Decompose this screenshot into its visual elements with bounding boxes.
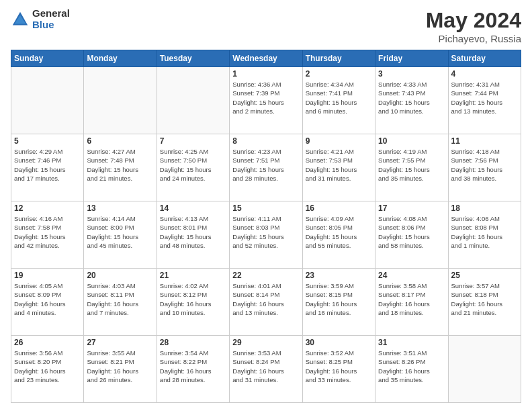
day-number: 10: [378, 136, 445, 146]
day-number: 5: [14, 136, 81, 146]
day-number: 26: [14, 338, 81, 347]
calendar-table: Sunday Monday Tuesday Wednesday Thursday…: [11, 50, 521, 403]
calendar-cell: 25Sunrise: 3:57 AM Sunset: 8:18 PM Dayli…: [448, 269, 521, 336]
calendar-cell: 20Sunrise: 4:03 AM Sunset: 8:11 PM Dayli…: [84, 269, 157, 336]
day-info: Sunrise: 4:16 AM Sunset: 7:58 PM Dayligh…: [14, 214, 81, 250]
day-info: Sunrise: 4:19 AM Sunset: 7:55 PM Dayligh…: [378, 147, 445, 183]
day-number: 13: [87, 203, 153, 213]
logo-icon: [11, 10, 30, 29]
day-info: Sunrise: 3:59 AM Sunset: 8:15 PM Dayligh…: [306, 281, 372, 317]
day-info: Sunrise: 4:23 AM Sunset: 7:51 PM Dayligh…: [232, 147, 299, 183]
day-info: Sunrise: 4:02 AM Sunset: 8:12 PM Dayligh…: [160, 281, 226, 317]
col-sunday: Sunday: [11, 50, 84, 67]
logo-text: General Blue: [32, 8, 70, 30]
day-info: Sunrise: 4:01 AM Sunset: 8:14 PM Dayligh…: [232, 281, 299, 317]
calendar-cell: 4Sunrise: 4:31 AM Sunset: 7:44 PM Daylig…: [448, 67, 521, 134]
day-info: Sunrise: 3:57 AM Sunset: 8:18 PM Dayligh…: [451, 281, 518, 317]
day-info: Sunrise: 4:08 AM Sunset: 8:06 PM Dayligh…: [378, 214, 445, 250]
day-info: Sunrise: 4:06 AM Sunset: 8:08 PM Dayligh…: [451, 214, 518, 250]
calendar-cell: 7Sunrise: 4:25 AM Sunset: 7:50 PM Daylig…: [157, 134, 229, 201]
day-info: Sunrise: 3:56 AM Sunset: 8:20 PM Dayligh…: [14, 349, 81, 384]
calendar-cell: 11Sunrise: 4:18 AM Sunset: 7:56 PM Dayli…: [448, 134, 521, 201]
calendar-week-4: 26Sunrise: 3:56 AM Sunset: 8:20 PM Dayli…: [11, 336, 521, 403]
day-info: Sunrise: 4:27 AM Sunset: 7:48 PM Dayligh…: [87, 147, 153, 183]
day-number: 9: [306, 136, 372, 146]
day-number: 27: [87, 338, 153, 347]
calendar-cell: 3Sunrise: 4:33 AM Sunset: 7:43 PM Daylig…: [375, 67, 448, 134]
logo-blue-text: Blue: [32, 19, 70, 31]
day-number: 6: [87, 136, 153, 146]
day-number: 2: [306, 69, 372, 79]
calendar-cell: [448, 336, 521, 403]
title-location: Pichayevo, Russia: [426, 33, 521, 44]
logo-general: General: [32, 8, 70, 19]
day-number: 22: [232, 271, 299, 280]
calendar-cell: 16Sunrise: 4:09 AM Sunset: 8:05 PM Dayli…: [302, 201, 375, 269]
col-tuesday: Tuesday: [157, 50, 229, 67]
day-number: 14: [160, 203, 226, 213]
col-thursday: Thursday: [302, 50, 375, 67]
day-number: 31: [378, 338, 445, 347]
calendar-week-3: 19Sunrise: 4:05 AM Sunset: 8:09 PM Dayli…: [11, 269, 521, 336]
day-number: 24: [378, 271, 445, 280]
col-friday: Friday: [375, 50, 448, 67]
day-number: 16: [306, 203, 372, 213]
day-number: 17: [378, 203, 445, 213]
day-number: 4: [451, 69, 518, 79]
day-number: 20: [87, 271, 153, 280]
calendar-cell: 5Sunrise: 4:29 AM Sunset: 7:46 PM Daylig…: [11, 134, 84, 201]
day-info: Sunrise: 3:54 AM Sunset: 8:22 PM Dayligh…: [160, 349, 226, 384]
calendar-cell: 6Sunrise: 4:27 AM Sunset: 7:48 PM Daylig…: [84, 134, 157, 201]
calendar-cell: 2Sunrise: 4:34 AM Sunset: 7:41 PM Daylig…: [302, 67, 375, 134]
day-info: Sunrise: 4:11 AM Sunset: 8:03 PM Dayligh…: [232, 214, 299, 250]
calendar-cell: 8Sunrise: 4:23 AM Sunset: 7:51 PM Daylig…: [230, 134, 302, 201]
calendar-cell: 14Sunrise: 4:13 AM Sunset: 8:01 PM Dayli…: [157, 201, 229, 269]
calendar-cell: 22Sunrise: 4:01 AM Sunset: 8:14 PM Dayli…: [230, 269, 302, 336]
day-info: Sunrise: 4:25 AM Sunset: 7:50 PM Dayligh…: [160, 147, 226, 183]
day-number: 19: [14, 271, 81, 280]
calendar-cell: 23Sunrise: 3:59 AM Sunset: 8:15 PM Dayli…: [302, 269, 375, 336]
day-number: 8: [232, 136, 299, 146]
calendar-cell: 29Sunrise: 3:53 AM Sunset: 8:24 PM Dayli…: [230, 336, 302, 403]
calendar-week-0: 1Sunrise: 4:36 AM Sunset: 7:39 PM Daylig…: [11, 67, 521, 134]
logo: General Blue: [11, 8, 70, 30]
day-number: 21: [160, 271, 226, 280]
day-number: 12: [14, 203, 81, 213]
day-info: Sunrise: 4:36 AM Sunset: 7:39 PM Dayligh…: [232, 80, 299, 116]
day-info: Sunrise: 4:03 AM Sunset: 8:11 PM Dayligh…: [87, 281, 153, 317]
calendar-cell: 31Sunrise: 3:51 AM Sunset: 8:26 PM Dayli…: [375, 336, 448, 403]
day-info: Sunrise: 3:58 AM Sunset: 8:17 PM Dayligh…: [378, 281, 445, 317]
day-number: 30: [306, 338, 372, 347]
day-number: 25: [451, 271, 518, 280]
calendar-cell: 26Sunrise: 3:56 AM Sunset: 8:20 PM Dayli…: [11, 336, 84, 403]
day-number: 29: [232, 338, 299, 347]
col-saturday: Saturday: [448, 50, 521, 67]
day-number: 28: [160, 338, 226, 347]
day-number: 15: [232, 203, 299, 213]
day-info: Sunrise: 4:33 AM Sunset: 7:43 PM Dayligh…: [378, 80, 445, 116]
calendar-cell: 9Sunrise: 4:21 AM Sunset: 7:53 PM Daylig…: [302, 134, 375, 201]
calendar-cell: 21Sunrise: 4:02 AM Sunset: 8:12 PM Dayli…: [157, 269, 229, 336]
calendar-cell: [84, 67, 157, 134]
calendar-cell: 19Sunrise: 4:05 AM Sunset: 8:09 PM Dayli…: [11, 269, 84, 336]
day-number: 3: [378, 69, 445, 79]
calendar-cell: 30Sunrise: 3:52 AM Sunset: 8:25 PM Dayli…: [302, 336, 375, 403]
day-number: 1: [232, 69, 299, 79]
title-month: May 2024: [426, 8, 521, 33]
calendar-cell: [157, 67, 229, 134]
calendar-cell: 12Sunrise: 4:16 AM Sunset: 7:58 PM Dayli…: [11, 201, 84, 269]
calendar-cell: 10Sunrise: 4:19 AM Sunset: 7:55 PM Dayli…: [375, 134, 448, 201]
calendar-cell: [11, 67, 84, 134]
day-info: Sunrise: 4:09 AM Sunset: 8:05 PM Dayligh…: [306, 214, 372, 250]
calendar-week-1: 5Sunrise: 4:29 AM Sunset: 7:46 PM Daylig…: [11, 134, 521, 201]
col-wednesday: Wednesday: [230, 50, 302, 67]
day-info: Sunrise: 4:05 AM Sunset: 8:09 PM Dayligh…: [14, 281, 81, 317]
day-info: Sunrise: 4:31 AM Sunset: 7:44 PM Dayligh…: [451, 80, 518, 116]
calendar-cell: 28Sunrise: 3:54 AM Sunset: 8:22 PM Dayli…: [157, 336, 229, 403]
day-info: Sunrise: 4:13 AM Sunset: 8:01 PM Dayligh…: [160, 214, 226, 250]
calendar-week-2: 12Sunrise: 4:16 AM Sunset: 7:58 PM Dayli…: [11, 201, 521, 269]
col-monday: Monday: [84, 50, 157, 67]
day-info: Sunrise: 4:34 AM Sunset: 7:41 PM Dayligh…: [306, 80, 372, 116]
day-info: Sunrise: 4:21 AM Sunset: 7:53 PM Dayligh…: [306, 147, 372, 183]
day-number: 23: [306, 271, 372, 280]
